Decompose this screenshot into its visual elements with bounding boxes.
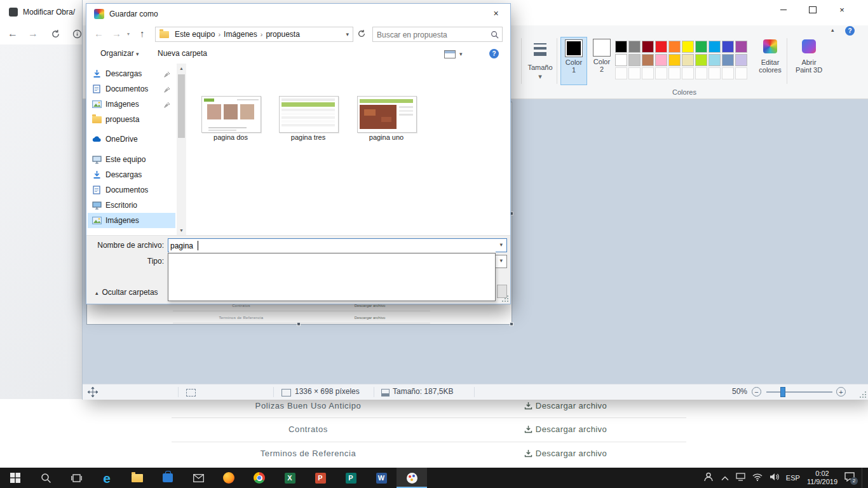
zoom-in-button[interactable]: + xyxy=(836,387,846,396)
palette-swatch[interactable] xyxy=(615,41,627,53)
palette-swatch[interactable] xyxy=(615,54,627,66)
palette-swatch[interactable] xyxy=(655,41,667,53)
filename-input[interactable] xyxy=(169,240,496,252)
sidebar-item-escritorio[interactable]: Escritorio xyxy=(88,198,175,213)
taskbar-edge-button[interactable]: e xyxy=(92,468,122,488)
people-icon[interactable] xyxy=(703,472,714,484)
maximize-button[interactable] xyxy=(798,0,827,19)
forward-icon[interactable]: → xyxy=(112,28,121,39)
taskbar-publisher-button[interactable]: P xyxy=(336,468,366,488)
action-center-button[interactable]: 2 xyxy=(844,472,855,484)
taskbar-powerpoint-button[interactable]: P xyxy=(305,468,336,488)
browser-tab[interactable]: Modificar Obra/ xyxy=(0,0,85,25)
dialog-resize-grip[interactable] xyxy=(502,295,508,302)
breadcrumb-item[interactable]: Imágenes xyxy=(221,30,260,39)
file-name[interactable]: pagina dos xyxy=(193,133,269,141)
palette-swatch[interactable] xyxy=(722,54,734,66)
close-button[interactable]: × xyxy=(827,0,857,19)
sidebar-item-imagenes[interactable]: Imágenes xyxy=(88,97,175,112)
up-icon[interactable]: ↑ xyxy=(140,28,145,39)
view-options-icon[interactable] xyxy=(444,50,456,58)
help-icon[interactable]: ? xyxy=(845,26,855,36)
search-input[interactable] xyxy=(376,29,486,41)
palette-swatch[interactable] xyxy=(682,54,694,66)
sidebar-item-imagenes-pc[interactable]: Imágenes xyxy=(88,213,175,228)
download-link[interactable]: Descargar archivo xyxy=(502,424,629,435)
palette-swatch-empty[interactable] xyxy=(615,67,627,79)
sidebar-item-propuesta[interactable]: propuesta xyxy=(88,112,175,127)
palette-swatch-empty[interactable] xyxy=(722,67,734,79)
edit-colors-button[interactable]: Editar colores xyxy=(755,37,785,85)
download-link[interactable]: Descargar archivo xyxy=(502,401,629,412)
taskbar-excel-button[interactable]: X xyxy=(275,468,305,488)
wifi-icon[interactable] xyxy=(752,472,763,484)
organize-button[interactable]: Organizar ▾ xyxy=(100,49,139,58)
zoom-slider-track[interactable] xyxy=(766,391,832,393)
palette-swatch[interactable] xyxy=(709,41,721,53)
palette-swatch[interactable] xyxy=(735,54,747,66)
palette-swatch[interactable] xyxy=(695,54,707,66)
palette-swatch[interactable] xyxy=(655,54,667,66)
sidebar-item-este-equipo[interactable]: Este equipo xyxy=(88,152,175,167)
palette-swatch[interactable] xyxy=(668,41,681,53)
open-paint3d-button[interactable]: Abrir Paint 3D xyxy=(790,37,827,85)
sidebar-item-documentos-pc[interactable]: Documentos xyxy=(88,182,175,198)
new-folder-button[interactable]: Nueva carpeta xyxy=(158,49,207,58)
palette-swatch[interactable] xyxy=(682,41,694,53)
scrollbar-thumb[interactable] xyxy=(178,74,185,138)
palette-swatch[interactable] xyxy=(668,54,681,66)
refresh-icon[interactable] xyxy=(357,29,366,40)
palette-swatch[interactable] xyxy=(735,41,747,53)
show-desktop-button[interactable] xyxy=(862,468,865,488)
palette-swatch-empty[interactable] xyxy=(642,67,654,79)
color2-button[interactable]: Color 2 xyxy=(588,37,615,85)
browser-back-icon[interactable]: ← xyxy=(8,28,18,39)
volume-icon[interactable] xyxy=(770,472,779,484)
address-dropdown-icon[interactable]: ▾ xyxy=(346,31,353,37)
size-button[interactable]: Tamaño ▾ xyxy=(525,38,555,86)
palette-swatch-empty[interactable] xyxy=(655,67,667,79)
palette-swatch-empty[interactable] xyxy=(709,67,721,79)
scroll-up-icon[interactable]: ▲ xyxy=(177,64,186,73)
minimize-button[interactable] xyxy=(769,0,798,19)
window-resize-grip[interactable] xyxy=(860,391,866,398)
address-bar[interactable]: Este equipo › Imágenes › propuesta ▾ xyxy=(155,27,353,42)
taskbar-mail-button[interactable] xyxy=(183,468,214,488)
sidebar-item-documentos[interactable]: Documentos xyxy=(88,81,175,97)
sidebar-item-descargas[interactable]: Descargas xyxy=(88,66,175,81)
breadcrumb-item[interactable]: propuesta xyxy=(263,30,302,39)
resize-handle[interactable] xyxy=(510,322,513,326)
color1-button[interactable]: Color 1 xyxy=(560,37,587,85)
hide-folders-button[interactable]: ▴Ocultar carpetas xyxy=(95,286,158,299)
zoom-out-button[interactable]: − xyxy=(752,387,761,396)
breadcrumb-item[interactable]: Este equipo xyxy=(172,30,217,39)
taskbar-chrome-button[interactable] xyxy=(244,468,275,488)
taskbar-clock[interactable]: 0:02 11/9/2019 xyxy=(807,470,837,486)
taskbar-word-button[interactable]: W xyxy=(366,468,397,488)
taskbar-search-button[interactable] xyxy=(31,468,61,488)
view-options-chevron-icon[interactable]: ▾ xyxy=(459,51,463,57)
taskbar-firefox-button[interactable] xyxy=(214,468,244,488)
taskbar-explorer-button[interactable] xyxy=(122,468,153,488)
sidebar-item-onedrive[interactable]: OneDrive xyxy=(88,132,175,147)
file-thumbnail-pagina-uno[interactable] xyxy=(357,96,417,133)
help-icon[interactable]: ? xyxy=(489,49,499,58)
file-thumbnail-pagina-dos[interactable] xyxy=(201,96,261,133)
palette-swatch[interactable] xyxy=(722,41,734,53)
download-link[interactable]: Descargar archivo xyxy=(502,449,629,459)
filename-field[interactable]: ▾ xyxy=(168,238,507,252)
search-icon[interactable] xyxy=(491,30,499,41)
filetype-dropdown-icon[interactable]: ▾ xyxy=(499,257,503,264)
history-chevron-icon[interactable]: ▾ xyxy=(127,31,130,37)
start-button[interactable] xyxy=(0,468,31,488)
palette-swatch[interactable] xyxy=(695,41,707,53)
palette-swatch-empty[interactable] xyxy=(682,67,694,79)
file-name[interactable]: pagina tres xyxy=(270,133,346,141)
language-indicator[interactable]: ESP xyxy=(786,474,800,482)
sidebar-scrollbar[interactable]: ▲ ▼ xyxy=(177,64,186,235)
palette-swatch-empty[interactable] xyxy=(695,67,707,79)
palette-swatch[interactable] xyxy=(628,54,641,66)
filename-dropdown-icon[interactable]: ▾ xyxy=(499,241,503,248)
zoom-slider-thumb[interactable] xyxy=(780,387,785,397)
back-icon[interactable]: ← xyxy=(94,28,104,39)
